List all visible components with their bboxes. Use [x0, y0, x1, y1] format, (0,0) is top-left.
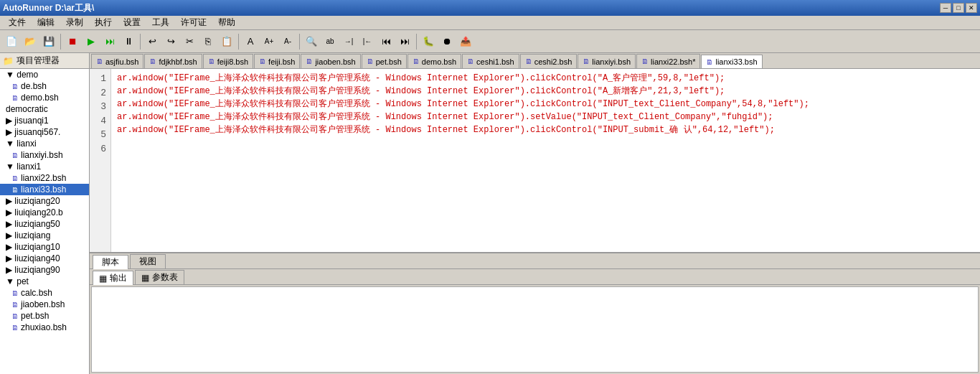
tree-item-calc-bsh[interactable]: 🗎calc.bsh	[0, 287, 89, 299]
tab-pet-bsh[interactable]: 🗎pet.bsh	[362, 54, 407, 68]
next-button[interactable]: ⏭	[396, 33, 413, 50]
zoom-in-button[interactable]: A+	[260, 33, 278, 50]
paste-button[interactable]: 📋	[218, 33, 235, 50]
menu-item-帮助[interactable]: 帮助	[212, 15, 241, 30]
tree-folder-liuziqiang10[interactable]: ▶ liuziqiang10	[0, 241, 89, 253]
tree-folder-liuziqiang40[interactable]: ▶ liuziqiang40	[0, 253, 89, 264]
font-button[interactable]: A	[242, 33, 259, 50]
file-icon: 🗎	[11, 83, 19, 90]
tab-ceshi2-bsh[interactable]: 🗎ceshi2.bsh	[520, 54, 578, 68]
file-icon: 🗎	[11, 151, 19, 159]
tab-output[interactable]: ▦ 输出	[93, 271, 133, 285]
menubar: 文件编辑录制执行设置工具许可证帮助	[0, 16, 980, 30]
tree-item-lianxi22-bsh[interactable]: 🗎lianxi22.bsh	[0, 172, 89, 184]
record-button[interactable]: ⏺	[438, 33, 456, 50]
run-button[interactable]: ▶	[83, 33, 100, 50]
menu-item-录制[interactable]: 录制	[60, 15, 89, 30]
menu-item-许可证[interactable]: 许可证	[175, 15, 212, 30]
new-button[interactable]: 📄	[3, 33, 20, 50]
tree-item-de-bsh[interactable]: 🗎de.bsh	[0, 80, 89, 92]
tab-file-icon: 🗎	[149, 57, 156, 65]
tab-lianxiyi-bsh[interactable]: 🗎lianxiyi.bsh	[578, 54, 636, 68]
file-icon: 🗎	[11, 312, 19, 320]
run-step-button[interactable]: ⏭	[101, 33, 118, 50]
tab-bar: 🗎asjfiu.bsh🗎fdjkhbf.bsh🗎feiji8.bsh🗎feiji…	[90, 53, 980, 69]
tab-file-icon: 🗎	[367, 57, 374, 65]
file-icon: 🗎	[11, 174, 19, 182]
menu-item-编辑[interactable]: 编辑	[32, 15, 60, 30]
folder-icon: 📁	[3, 56, 14, 66]
menu-item-设置[interactable]: 设置	[118, 15, 146, 30]
tab-jiaoben-bsh[interactable]: 🗎jiaoben.bsh	[301, 54, 360, 68]
file-icon: 🗎	[11, 94, 19, 102]
main-area: 📁 项目管理器 ▼ demo 🗎de.bsh 🗎demo.bsh democra…	[0, 53, 980, 374]
pause-button[interactable]: ⏸	[120, 33, 137, 50]
menu-item-文件[interactable]: 文件	[3, 15, 32, 30]
code-line-3: ar.window("IEFrame_上海泽众软件科技有限公司客户管理系统 - …	[117, 98, 809, 111]
tree-folder-liuziqiang[interactable]: ▶ liuziqiang	[0, 230, 89, 241]
tree-folder-jisuanqi567[interactable]: ▶ jisuanqi567.	[0, 126, 89, 138]
menu-item-工具[interactable]: 工具	[146, 15, 175, 30]
code-content[interactable]: ar.window("IEFrame_上海泽众软件科技有限公司客户管理系统 - …	[111, 69, 815, 252]
tab-view[interactable]: 视图	[130, 254, 166, 268]
tab-file-icon: 🗎	[525, 57, 532, 65]
tree-item-zhuxiao-bsh[interactable]: 🗎zhuxiao.bsh	[0, 322, 89, 333]
find-button[interactable]: 🔍	[303, 33, 320, 50]
tree-folder-lianxi[interactable]: ▼ lianxi	[0, 138, 89, 149]
code-line-4: ar.window("IEFrame_上海泽众软件科技有限公司客户管理系统 - …	[117, 111, 809, 123]
tab-script[interactable]: 脚本	[93, 255, 128, 269]
tab-demo-bsh[interactable]: 🗎demo.bsh	[407, 54, 461, 68]
open-button[interactable]: 📂	[22, 33, 39, 50]
minimize-button[interactable]: ─	[940, 3, 951, 13]
tree-item-jiaoben-bsh[interactable]: 🗎jiaoben.bsh	[0, 299, 89, 310]
menu-item-执行[interactable]: 执行	[89, 15, 118, 30]
bottom-panel: 脚本 视图 ▦ 输出 ▦ 参数表	[90, 252, 980, 374]
tree-folder-jisuanqi1[interactable]: ▶ jisuanqi1	[0, 115, 89, 126]
tab-feiji8-bsh[interactable]: 🗎feiji8.bsh	[203, 54, 253, 68]
tab-ceshi1-bsh[interactable]: 🗎ceshi1.bsh	[462, 54, 519, 68]
zoom-out-button[interactable]: A-	[279, 33, 296, 50]
file-icon: 🗎	[11, 301, 19, 309]
tab-params[interactable]: ▦ 参数表	[135, 270, 184, 284]
tree-folder-liuziqiang90[interactable]: ▶ liuziqiang90	[0, 264, 89, 276]
cut-button[interactable]: ✂	[181, 33, 198, 50]
tree-item-demo-bsh[interactable]: 🗎demo.bsh	[0, 92, 89, 103]
outdent-button[interactable]: |←	[359, 33, 376, 50]
tree-folder-demo[interactable]: ▼ demo	[0, 69, 89, 80]
undo-button[interactable]: ↩	[143, 33, 161, 50]
tab-lianxi33-bsh[interactable]: 🗎lianxi33.bsh	[701, 55, 762, 69]
tree-folder-democratic[interactable]: democratic	[0, 103, 89, 115]
sidebar-title: 项目管理器	[17, 55, 60, 67]
close-button[interactable]: ✕	[966, 3, 977, 13]
redo-button[interactable]: ↪	[162, 33, 179, 50]
tab-lianxi22-bsh-[interactable]: 🗎lianxi22.bsh*	[636, 54, 700, 68]
debug-button[interactable]: 🐛	[420, 33, 437, 50]
code-editor[interactable]: 1 2 3 4 5 6 ar.window("IEFrame_上海泽众软件科技有…	[90, 69, 980, 252]
tree-item-lianxiyi-bsh[interactable]: 🗎lianxiyi.bsh	[0, 149, 89, 161]
stop-button[interactable]: ⏹	[64, 33, 81, 50]
code-line-2: ar.window("IEFrame_上海泽众软件科技有限公司客户管理系统 - …	[117, 85, 809, 98]
copy-button[interactable]: ⎘	[199, 33, 217, 50]
tab-file-icon: 🗎	[641, 57, 649, 65]
tree-folder-liuiqiang20b[interactable]: ▶ liuiqiang20.b	[0, 207, 89, 218]
indent-button[interactable]: →|	[340, 33, 357, 50]
replace-button[interactable]: ab	[321, 33, 339, 50]
maximize-button[interactable]: □	[953, 3, 964, 13]
output-tab-bar: ▦ 输出 ▦ 参数表	[90, 269, 980, 285]
file-icon: 🗎	[11, 289, 19, 297]
tree-item-lianxi33-bsh[interactable]: 🗎lianxi33.bsh	[0, 184, 89, 195]
prev-button[interactable]: ⏮	[377, 33, 395, 50]
tree-folder-liuziqiang20[interactable]: ▶ liuziqiang20	[0, 195, 89, 207]
tree-folder-pet[interactable]: ▼ pet	[0, 276, 89, 287]
save-button[interactable]: 💾	[40, 33, 57, 50]
file-icon: 🗎	[11, 324, 19, 332]
tree-item-pet-bsh[interactable]: 🗎pet.bsh	[0, 310, 89, 322]
tab-asjfiu-bsh[interactable]: 🗎asjfiu.bsh	[91, 54, 143, 68]
tree-folder-lianxi1[interactable]: ▼ lianxi1	[0, 161, 89, 172]
tab-feiji-bsh[interactable]: 🗎feiji.bsh	[254, 54, 300, 68]
tab-fdjkhbf-bsh[interactable]: 🗎fdjkhbf.bsh	[144, 54, 202, 68]
export-button[interactable]: 📤	[457, 33, 474, 50]
title-text: AutoRunner D:\ar工具\	[3, 2, 94, 14]
tree-folder-liuziqiang50[interactable]: ▶ liuziqiang50	[0, 218, 89, 230]
sidebar-header: 📁 项目管理器	[0, 53, 89, 69]
